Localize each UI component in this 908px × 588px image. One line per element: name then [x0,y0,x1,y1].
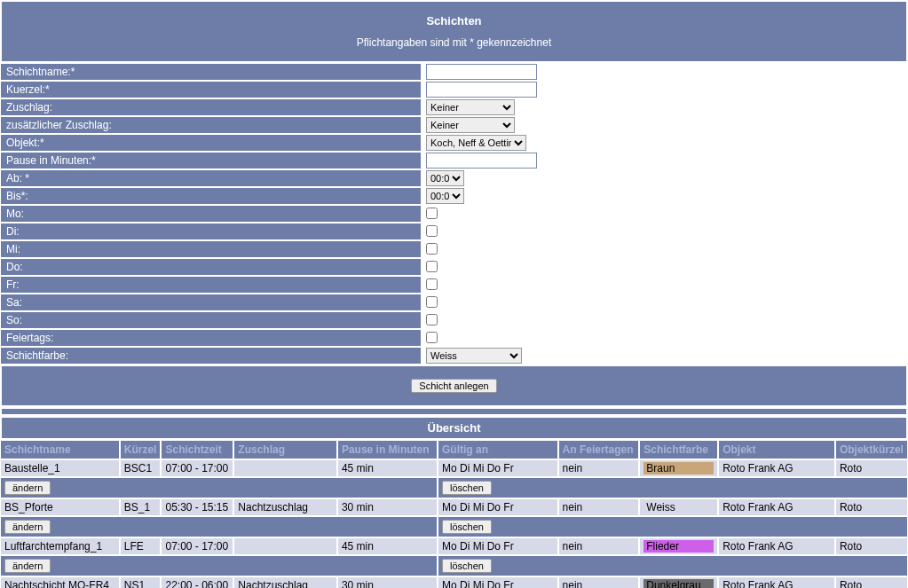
col-objektkuerzel: Objektkürzel [835,440,908,459]
cell-kuerzel: LFE [120,537,162,555]
mo-checkbox[interactable] [426,208,438,219]
label-pause: Pause in Minuten:* [0,152,422,169]
table-row: BS_PforteBS_105:30 - 15:15Nachtzuschlag3… [0,498,908,516]
do-checkbox[interactable] [426,261,438,272]
schichtname-input[interactable] [426,64,537,80]
loeschen-button[interactable]: löschen [442,481,492,495]
cell-feiertag: nein [558,537,640,555]
label-di: Di: [0,223,422,240]
cell-feiertag: nein [558,576,640,588]
color-swatch: Weiss [643,501,714,514]
label-sa: Sa: [0,294,422,311]
label-fr: Fr: [0,276,422,294]
label-bis: Bis*: [0,187,422,205]
col-schichtname: Schichtname [0,440,120,459]
cell-zeit: 07:00 - 17:00 [161,459,233,477]
cell-kuerzel: BSC1 [120,459,162,477]
submit-button[interactable]: Schicht anlegen [411,379,496,393]
bis-select[interactable]: 00:00 [426,188,464,204]
cell-farbe: Braun [639,459,718,477]
cell-farbe: Flieder [639,537,718,555]
cell-zuschlag [233,537,337,555]
action-row: ändernlöschen [0,555,908,576]
zusatz-zuschlag-select[interactable]: Keiner [426,117,515,133]
cell-objkz: Roto [835,498,908,516]
label-zuschlag: Zuschlag: [0,98,422,116]
spacer [0,407,908,416]
cell-farbe: Dunkelgrau [639,576,718,588]
cell-feiertag: nein [558,498,640,516]
action-row: ändernlöschen [0,477,908,498]
cell-gueltig: Mo Di Mi Do Fr [438,459,558,477]
table-row: Baustelle_1BSC107:00 - 17:0045 minMo Di … [0,459,908,477]
overview-header-row: Schichtname Kürzel Schichtzeit Zuschlag … [0,440,908,459]
form-table: Schichtname:* Kuerzel:* Zuschlag: Keiner… [0,63,908,365]
col-kuerzel: Kürzel [120,440,162,459]
label-objekt: Objekt:* [0,134,422,152]
col-feiertagen: An Feiertagen [558,440,640,459]
cell-pause: 30 min [337,498,438,516]
label-zusatz-zuschlag: zusätzlicher Zuschlag: [0,116,422,134]
submit-row: Schicht anlegen [0,365,908,407]
cell-objkz: Roto [835,459,908,477]
cell-kuerzel: NS1 [120,576,162,588]
schichtfarbe-select[interactable]: Weiss [426,348,522,364]
fr-checkbox[interactable] [426,278,438,290]
cell-objekt: Roto Frank AG [718,459,835,477]
label-feiertags: Feiertags: [0,329,422,347]
col-pause: Pause in Minuten [337,440,438,459]
cell-zeit: 22:00 - 06:00 [161,576,233,588]
aendern-button[interactable]: ändern [4,481,51,495]
col-schichtzeit: Schichtzeit [161,440,233,459]
label-mi: Mi: [0,240,422,258]
cell-feiertag: nein [558,459,640,477]
cell-zuschlag: Nachtzuschlag [233,576,337,588]
color-swatch: Flieder [643,540,714,553]
cell-zuschlag: Nachtzuschlag [233,498,337,516]
di-checkbox[interactable] [426,225,438,237]
zuschlag-select[interactable]: Keiner [426,99,515,115]
cell-pause: 30 min [337,576,438,588]
action-row: ändernlöschen [0,516,908,537]
cell-objekt: Roto Frank AG [718,498,835,516]
col-gueltig: Gültig an [438,440,558,459]
table-row: Luftfarchtempfang_1LFE07:00 - 17:0045 mi… [0,537,908,555]
cell-objkz: Roto [835,537,908,555]
label-so: So: [0,311,422,329]
cell-kuerzel: BS_1 [120,498,162,516]
so-checkbox[interactable] [426,314,438,325]
label-do: Do: [0,258,422,276]
label-schichtname: Schichtname:* [0,63,422,81]
overview-title: Übersicht [0,416,908,440]
kuerzel-input[interactable] [426,82,537,98]
loeschen-button[interactable]: löschen [442,559,492,573]
cell-objekt: Roto Frank AG [718,537,835,555]
cell-farbe: Weiss [639,498,718,516]
cell-objekt: Roto Frank AG [718,576,835,588]
col-schichtfarbe: Schichtfarbe [639,440,718,459]
mi-checkbox[interactable] [426,243,438,255]
page-subtitle: Pflichtangaben sind mit * gekennzeichnet [2,33,906,58]
objekt-select[interactable]: Koch, Neff & Oettinger [426,135,526,151]
cell-gueltig: Mo Di Mi Do Fr [438,576,558,588]
feiertags-checkbox[interactable] [426,332,438,343]
color-swatch: Braun [643,462,714,474]
color-swatch: Dunkelgrau [643,579,714,588]
page-title: Schichten [2,5,906,33]
pause-input[interactable] [426,153,537,169]
cell-pause: 45 min [337,459,438,477]
cell-name: Luftfarchtempfang_1 [0,537,120,555]
cell-zeit: 05:30 - 15:15 [161,498,233,516]
sa-checkbox[interactable] [426,296,438,308]
label-mo: Mo: [0,205,422,223]
page-header: Schichten Pflichtangaben sind mit * geke… [0,0,908,63]
cell-name: Baustelle_1 [0,459,120,477]
ab-select[interactable]: 00:00 [426,170,464,186]
aendern-button[interactable]: ändern [4,520,51,534]
col-zuschlag: Zuschlag [233,440,337,459]
cell-gueltig: Mo Di Mi Do Fr [438,537,558,555]
loeschen-button[interactable]: löschen [442,520,492,534]
cell-objkz: Roto [835,576,908,588]
cell-name: BS_Pforte [0,498,120,516]
aendern-button[interactable]: ändern [4,559,51,573]
